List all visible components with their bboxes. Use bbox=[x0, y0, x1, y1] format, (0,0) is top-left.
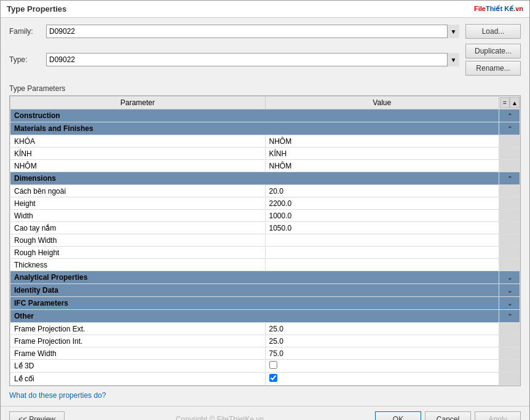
param-name: Cách bên ngoài bbox=[10, 185, 266, 197]
table-wrapper: Parameter Value = ▲ Construction⌃Materia… bbox=[9, 95, 521, 386]
duplicate-button[interactable]: Duplicate... bbox=[465, 44, 521, 58]
param-value: 20.0 bbox=[265, 185, 499, 197]
row-scroll bbox=[499, 197, 520, 210]
param-name: Width bbox=[10, 210, 266, 222]
dialog-title: Type Properties bbox=[7, 4, 66, 14]
logo: FileThiết Kế.vn bbox=[474, 5, 523, 13]
section-name: Materials and Finishes bbox=[10, 122, 499, 135]
family-select[interactable]: D09022 bbox=[46, 25, 459, 38]
param-value[interactable] bbox=[265, 360, 499, 373]
section-header[interactable]: IFC Parameters⌄ bbox=[10, 297, 520, 310]
section-collapse-icon[interactable]: ⌄ bbox=[499, 297, 520, 310]
param-name: Frame Width bbox=[10, 347, 266, 360]
section-collapse-icon[interactable]: ⌄ bbox=[499, 284, 520, 297]
param-name: Thickness bbox=[10, 259, 266, 271]
type-select-wrapper: D09022 ▼ bbox=[46, 53, 459, 66]
logo-file: File bbox=[474, 5, 486, 12]
load-button[interactable]: Load... bbox=[465, 24, 521, 39]
parameters-table-container[interactable]: Parameter Value = ▲ Construction⌃Materia… bbox=[9, 95, 521, 386]
type-select[interactable]: D09022 bbox=[46, 53, 459, 66]
row-scroll bbox=[499, 185, 520, 197]
sort-asc-btn[interactable]: = bbox=[500, 97, 510, 108]
family-label: Family: bbox=[9, 27, 46, 36]
param-value bbox=[265, 234, 499, 247]
param-value: 1000.0 bbox=[265, 210, 499, 222]
ok-button[interactable]: OK bbox=[375, 411, 421, 420]
param-name: Lề cối bbox=[10, 373, 266, 386]
table-row: Lề cối bbox=[10, 373, 520, 386]
row-scroll bbox=[499, 360, 520, 373]
table-row: Width1000.0 bbox=[10, 210, 520, 222]
row-scroll bbox=[499, 247, 520, 259]
row-scroll bbox=[499, 234, 520, 247]
param-name: Frame Projection Int. bbox=[10, 335, 266, 347]
table-row: Height2200.0 bbox=[10, 197, 520, 210]
section-header[interactable]: Materials and Finishes⌃ bbox=[10, 122, 520, 135]
param-value: NHÔM bbox=[265, 160, 499, 172]
param-name: Frame Projection Ext. bbox=[10, 323, 266, 335]
param-value[interactable] bbox=[265, 373, 499, 386]
type-row: Type: D09022 ▼ Duplicate... Rename... bbox=[9, 44, 521, 76]
section-header[interactable]: Other⌃ bbox=[10, 310, 520, 323]
logo-thietke: Thiết Kế bbox=[486, 5, 513, 12]
table-row: Lề 3D bbox=[10, 360, 520, 373]
table-row: Cách bên ngoài20.0 bbox=[10, 185, 520, 197]
row-scroll bbox=[499, 323, 520, 335]
dialog-content: Family: D09022 ▼ Load... Type: D09022 ▼ … bbox=[1, 18, 529, 406]
scroll-up-btn[interactable]: ▲ bbox=[510, 97, 520, 108]
logo-vn: .vn bbox=[513, 5, 523, 12]
type-label: Type: bbox=[9, 55, 46, 64]
rename-button[interactable]: Rename... bbox=[465, 61, 521, 76]
row-scroll bbox=[499, 148, 520, 160]
bottom-bar: << Preview Copyright © FileThietKe.vn OK… bbox=[1, 406, 529, 420]
col-value: Value bbox=[265, 97, 499, 109]
col-controls: = ▲ bbox=[499, 97, 520, 109]
section-collapse-icon[interactable]: ⌃ bbox=[499, 310, 520, 323]
section-name: Identity Data bbox=[10, 284, 499, 297]
parameters-table: Parameter Value = ▲ Construction⌃Materia… bbox=[10, 96, 520, 386]
param-name: Lề 3D bbox=[10, 360, 266, 373]
param-value: KÍNH bbox=[265, 148, 499, 160]
table-row: Rough Height bbox=[10, 247, 520, 259]
param-name: Cao tay nắm bbox=[10, 222, 266, 234]
section-collapse-icon[interactable]: ⌄ bbox=[499, 271, 520, 284]
param-name: Rough Height bbox=[10, 247, 266, 259]
table-row: Frame Projection Ext.25.0 bbox=[10, 323, 520, 335]
family-row: Family: D09022 ▼ Load... bbox=[9, 24, 521, 39]
table-row: KHÓANHÔM bbox=[10, 135, 520, 148]
section-collapse-icon[interactable]: ⌃ bbox=[499, 172, 520, 185]
section-header[interactable]: Analytical Properties⌄ bbox=[10, 271, 520, 284]
type-properties-dialog: Type Properties FileThiết Kế.vn Family: … bbox=[0, 0, 530, 420]
properties-help-link[interactable]: What do these properties do? bbox=[9, 391, 106, 400]
footer-link-container: What do these properties do? bbox=[9, 391, 521, 400]
section-header[interactable]: Dimensions⌃ bbox=[10, 172, 520, 185]
param-value: 75.0 bbox=[265, 347, 499, 360]
section-header[interactable]: Identity Data⌄ bbox=[10, 284, 520, 297]
section-name: Construction bbox=[10, 109, 499, 122]
section-name: Dimensions bbox=[10, 172, 499, 185]
section-collapse-icon[interactable]: ⌃ bbox=[499, 122, 520, 135]
table-row: Cao tay nắm1050.0 bbox=[10, 222, 520, 234]
param-value: 25.0 bbox=[265, 335, 499, 347]
table-row: Frame Projection Int.25.0 bbox=[10, 335, 520, 347]
param-name: Rough Width bbox=[10, 234, 266, 247]
table-row: NHÔMNHÔM bbox=[10, 160, 520, 172]
family-buttons: Load... bbox=[465, 24, 521, 39]
param-checkbox[interactable] bbox=[269, 374, 277, 382]
row-scroll bbox=[499, 259, 520, 271]
section-collapse-icon[interactable]: ⌃ bbox=[499, 109, 520, 122]
row-scroll bbox=[499, 373, 520, 386]
title-bar: Type Properties FileThiết Kế.vn bbox=[1, 1, 529, 18]
preview-button[interactable]: << Preview bbox=[9, 411, 65, 420]
section-header[interactable]: Construction⌃ bbox=[10, 109, 520, 122]
row-scroll bbox=[499, 335, 520, 347]
param-name: Height bbox=[10, 197, 266, 210]
cancel-button[interactable]: Cancel bbox=[425, 411, 471, 420]
bottom-right-buttons: OK Cancel Apply bbox=[375, 411, 521, 420]
param-value: 25.0 bbox=[265, 323, 499, 335]
param-checkbox[interactable] bbox=[269, 361, 277, 369]
apply-button: Apply bbox=[475, 411, 521, 420]
section-name: IFC Parameters bbox=[10, 297, 499, 310]
col-parameter: Parameter bbox=[10, 97, 266, 109]
type-buttons: Duplicate... Rename... bbox=[465, 44, 521, 76]
